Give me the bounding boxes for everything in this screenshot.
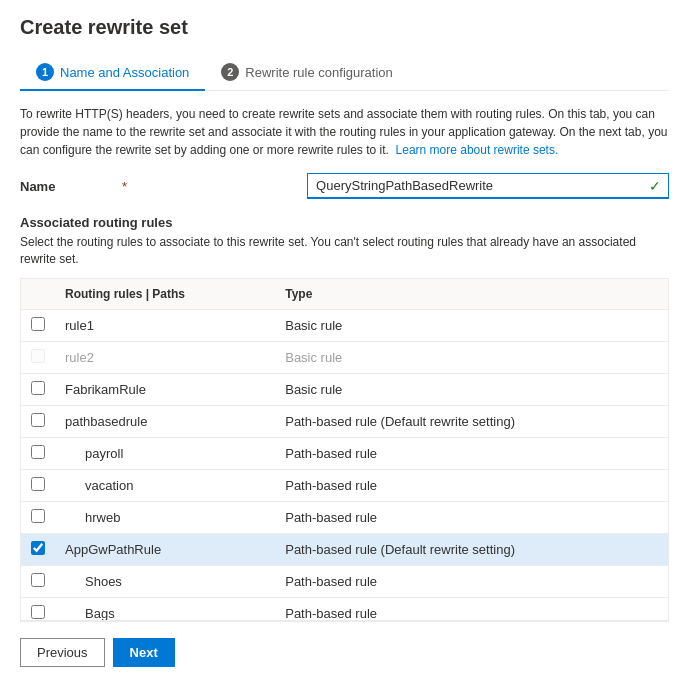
name-input[interactable] — [307, 173, 669, 199]
table-row: AppGwPathRulePath-based rule (Default re… — [21, 533, 668, 565]
footer: Previous Next — [20, 621, 669, 667]
row-name: rule1 — [55, 309, 275, 341]
routing-rules-table-container: Routing rules | Paths Type rule1Basic ru… — [20, 278, 669, 621]
row-name: pathbasedrule — [55, 405, 275, 437]
table-row: payrollPath-based rule — [21, 437, 668, 469]
required-indicator: * — [122, 179, 127, 194]
tab-number-1: 1 — [36, 63, 54, 81]
row-checkbox-cell — [21, 533, 55, 565]
tab-name-association[interactable]: 1 Name and Association — [20, 55, 205, 91]
row-type: Path-based rule — [275, 565, 668, 597]
table-row: FabrikamRuleBasic rule — [21, 373, 668, 405]
description: To rewrite HTTP(S) headers, you need to … — [20, 105, 669, 159]
table-row: BagsPath-based rule — [21, 597, 668, 621]
table-row: hrwebPath-based rule — [21, 501, 668, 533]
row-name: AppGwPathRule — [55, 533, 275, 565]
table-header: Routing rules | Paths Type — [21, 279, 668, 310]
table-row: vacationPath-based rule — [21, 469, 668, 501]
row-checkbox-cell — [21, 501, 55, 533]
row-checkbox-cell — [21, 565, 55, 597]
row-checkbox-cell — [21, 373, 55, 405]
row-checkbox[interactable] — [31, 317, 45, 331]
row-type: Basic rule — [275, 309, 668, 341]
row-name: Shoes — [55, 565, 275, 597]
row-name: vacation — [55, 469, 275, 501]
row-checkbox-cell — [21, 341, 55, 373]
tab-label-1: Name and Association — [60, 65, 189, 80]
routing-rules-table: Routing rules | Paths Type rule1Basic ru… — [21, 279, 668, 621]
name-row: Name * ✓ — [20, 173, 669, 199]
row-checkbox-cell — [21, 437, 55, 469]
header-type: Type — [275, 279, 668, 310]
row-checkbox[interactable] — [31, 541, 45, 555]
tabs-row: 1 Name and Association 2 Rewrite rule co… — [20, 55, 669, 91]
associated-routing-rules-desc: Select the routing rules to associate to… — [20, 234, 669, 268]
row-checkbox-cell — [21, 309, 55, 341]
row-checkbox[interactable] — [31, 573, 45, 587]
row-name: hrweb — [55, 501, 275, 533]
validation-check-icon: ✓ — [649, 178, 661, 194]
row-checkbox[interactable] — [31, 445, 45, 459]
tab-label-2: Rewrite rule configuration — [245, 65, 392, 80]
previous-button[interactable]: Previous — [20, 638, 105, 667]
row-type: Path-based rule — [275, 469, 668, 501]
row-checkbox[interactable] — [31, 477, 45, 491]
header-checkbox-cell — [21, 279, 55, 310]
name-label: Name — [20, 179, 120, 194]
row-name: Bags — [55, 597, 275, 621]
row-checkbox[interactable] — [31, 349, 45, 363]
row-name: payroll — [55, 437, 275, 469]
row-type: Basic rule — [275, 341, 668, 373]
learn-more-link[interactable]: Learn more about rewrite sets. — [396, 143, 559, 157]
row-type: Path-based rule (Default rewrite setting… — [275, 405, 668, 437]
row-checkbox[interactable] — [31, 381, 45, 395]
next-button[interactable]: Next — [113, 638, 175, 667]
table-row: rule1Basic rule — [21, 309, 668, 341]
row-type: Path-based rule (Default rewrite setting… — [275, 533, 668, 565]
tab-number-2: 2 — [221, 63, 239, 81]
tab-rewrite-rule[interactable]: 2 Rewrite rule configuration — [205, 55, 408, 91]
table-row: rule2Basic rule — [21, 341, 668, 373]
row-type: Path-based rule — [275, 597, 668, 621]
page-title: Create rewrite set — [20, 16, 669, 39]
row-checkbox-cell — [21, 597, 55, 621]
row-checkbox[interactable] — [31, 605, 45, 619]
row-checkbox[interactable] — [31, 509, 45, 523]
row-name: rule2 — [55, 341, 275, 373]
row-type: Path-based rule — [275, 437, 668, 469]
row-checkbox-cell — [21, 469, 55, 501]
associated-routing-rules-title: Associated routing rules — [20, 215, 669, 230]
row-name: FabrikamRule — [55, 373, 275, 405]
table-row: ShoesPath-based rule — [21, 565, 668, 597]
row-type: Basic rule — [275, 373, 668, 405]
name-input-wrapper: ✓ — [307, 173, 669, 199]
table-row: pathbasedrulePath-based rule (Default re… — [21, 405, 668, 437]
row-type: Path-based rule — [275, 501, 668, 533]
table-body: rule1Basic rulerule2Basic ruleFabrikamRu… — [21, 309, 668, 621]
header-routing-rules: Routing rules | Paths — [55, 279, 275, 310]
row-checkbox[interactable] — [31, 413, 45, 427]
row-checkbox-cell — [21, 405, 55, 437]
